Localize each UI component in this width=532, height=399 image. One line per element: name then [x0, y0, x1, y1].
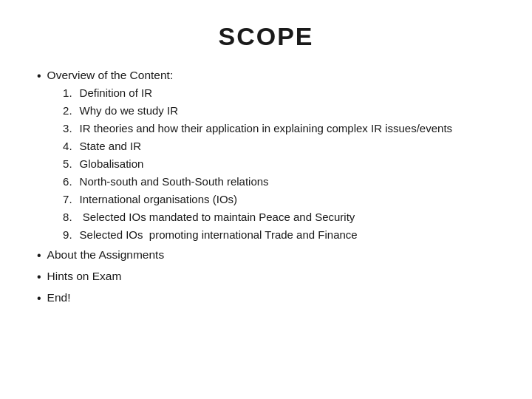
content-area: • Overview of the Content: 1. Definition…: [37, 67, 495, 307]
list-item: 2. Why do we study IR: [59, 103, 495, 118]
item-number: 5.: [59, 156, 72, 171]
list-item: 4. State and IR: [59, 138, 495, 154]
item-number: 3.: [59, 120, 72, 136]
slide-title: SCOPE: [37, 22, 495, 51]
item-text: Definition of IR: [80, 85, 495, 100]
list-item: 1. Definition of IR: [59, 85, 495, 100]
item-text: Why do we study IR: [80, 103, 495, 118]
item-number: 2.: [59, 103, 72, 118]
list-item: 5. Globalisation: [59, 156, 495, 171]
list-item: 3. IR theories and how their application…: [59, 120, 495, 136]
bullet-symbol-assignments: •: [37, 248, 41, 264]
overview-bullet: • Overview of the Content: 1. Definition…: [37, 67, 495, 242]
item-number: 4.: [59, 138, 72, 154]
item-number: 6.: [59, 174, 72, 189]
item-number: 9.: [59, 227, 72, 242]
item-text: Selected IOs promoting international Tra…: [80, 227, 495, 242]
bullet-symbol-hints: •: [37, 269, 41, 285]
overview-label: Overview of the Content:: [47, 69, 174, 81]
slide: SCOPE • Overview of the Content: 1. Defi…: [0, 0, 532, 399]
list-item: 9. Selected IOs promoting international …: [59, 227, 495, 242]
item-number: 7.: [59, 191, 72, 207]
item-text: State and IR: [80, 138, 495, 154]
item-text: North-south and South-South relations: [80, 174, 495, 189]
list-item: 7. International organisations (IOs): [59, 191, 495, 207]
item-text: Globalisation: [80, 156, 495, 171]
hints-exam-bullet: • Hints on Exam: [37, 268, 495, 285]
item-number: 1.: [59, 85, 72, 100]
item-number: 8.: [59, 209, 72, 225]
end-text: End!: [47, 290, 495, 306]
item-text: Selected IOs mandated to maintain Peace …: [80, 209, 495, 225]
numbered-list: 1. Definition of IR 2. Why do we study I…: [59, 85, 495, 242]
list-item: 8. Selected IOs mandated to maintain Pea…: [59, 209, 495, 225]
item-text: International organisations (IOs): [80, 191, 495, 207]
about-assignments-bullet: • About the Assignments: [37, 247, 495, 264]
bullet-symbol-end: •: [37, 290, 41, 307]
hints-exam-text: Hints on Exam: [47, 268, 495, 284]
bullet-symbol-overview: •: [37, 68, 41, 84]
item-text: IR theories and how their application in…: [80, 120, 495, 136]
list-item: 6. North-south and South-South relations: [59, 174, 495, 189]
about-assignments-text: About the Assignments: [47, 247, 495, 263]
end-bullet: • End!: [37, 290, 495, 307]
